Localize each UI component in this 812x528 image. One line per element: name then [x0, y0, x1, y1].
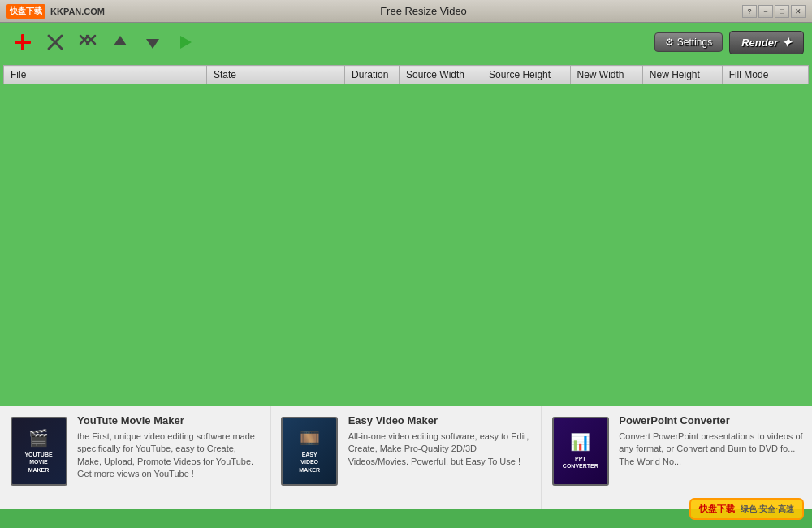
- file-list-table: File State Duration Source Width Source …: [3, 65, 809, 84]
- product-card-youtube-movie-maker[interactable]: 🎬 YOUTUBEMOVIEMAKER YouTute Movie Maker …: [0, 406, 271, 509]
- svg-marker-8: [114, 36, 127, 45]
- render-label: Render: [741, 37, 778, 49]
- move-up-button[interactable]: [106, 28, 135, 57]
- maximize-button[interactable]: □: [775, 5, 789, 18]
- brand-logo: 快盘下载: [6, 4, 45, 19]
- svg-marker-10: [180, 36, 192, 49]
- window-controls[interactable]: ? − □ ✕: [742, 5, 806, 18]
- col-new-height: New Height: [642, 66, 722, 84]
- file-list-container: File State Duration Source Width Source …: [0, 62, 812, 88]
- product-desc-ppc: Convert PowerPoint presentations to vide…: [619, 431, 804, 468]
- settings-label: Settings: [677, 37, 712, 48]
- product-card-powerpoint-converter[interactable]: 📊 PPTCONVERTER PowerPoint Converter Conv…: [542, 406, 812, 509]
- minimize-button[interactable]: −: [758, 5, 773, 18]
- evm-icon: 🎞️: [300, 428, 320, 448]
- file-list-body[interactable]: [0, 88, 812, 405]
- render-icon: ✦: [781, 35, 792, 50]
- product-info-evm: Easy Video Maker All-in-one video editin…: [348, 414, 533, 468]
- evm-thumb-label: EASYVIDEOMAKER: [299, 451, 320, 473]
- ytmm-icon: 🎬: [28, 428, 49, 448]
- remove-button[interactable]: [41, 28, 70, 57]
- bottom-panel: 🎬 YOUTUBEMOVIEMAKER YouTute Movie Maker …: [0, 405, 812, 509]
- col-state: State: [206, 66, 344, 84]
- product-card-easy-video-maker[interactable]: 🎞️ EASYVIDEOMAKER Easy Video Maker All-i…: [271, 406, 542, 509]
- product-thumbnail-ppc: 📊 PPTCONVERTER: [550, 414, 611, 487]
- col-source-width: Source Width: [399, 66, 482, 84]
- product-title-evm: Easy Video Maker: [348, 414, 533, 426]
- svg-marker-9: [146, 39, 159, 49]
- watermark: 快盘下载 绿色·安全·高速: [689, 498, 804, 520]
- watermark-logo: 快盘下载: [699, 504, 735, 513]
- remove-all-button[interactable]: [73, 28, 102, 57]
- title-bar-left: 快盘下载 KKPAN.COM: [6, 4, 105, 19]
- product-title-ppc: PowerPoint Converter: [619, 414, 804, 426]
- col-fill-mode: Fill Mode: [722, 66, 808, 84]
- table-header-row: File State Duration Source Width Source …: [4, 66, 809, 84]
- toolbar: ⚙ Settings Render ✦: [0, 23, 812, 62]
- product-thumbnail-evm: 🎞️ EASYVIDEOMAKER: [279, 414, 340, 487]
- col-new-width: New Width: [570, 66, 642, 84]
- product-title-ytmm: YouTute Movie Maker: [77, 414, 262, 426]
- product-desc-ytmm: the First, unique video editing software…: [77, 431, 262, 481]
- ppc-thumb-label: PPTCONVERTER: [563, 455, 598, 470]
- svg-rect-1: [21, 34, 24, 50]
- help-button[interactable]: ?: [742, 5, 757, 18]
- watermark-tagline: 绿色·安全·高速: [741, 504, 794, 513]
- move-down-button[interactable]: [138, 28, 167, 57]
- toolbar-buttons: [8, 28, 200, 57]
- ppc-icon: 📊: [570, 432, 590, 452]
- gear-icon: ⚙: [665, 37, 674, 48]
- product-desc-evm: All-in-one video editing software, easy …: [348, 431, 533, 468]
- ytmm-thumb-label: YOUTUBEMOVIEMAKER: [24, 451, 52, 473]
- col-source-height: Source Height: [482, 66, 570, 84]
- add-button[interactable]: [8, 28, 37, 57]
- window-title: Free Resize Video: [380, 5, 467, 17]
- col-file: File: [4, 66, 207, 84]
- brand-text: KKPAN.COM: [50, 6, 105, 16]
- col-duration: Duration: [345, 66, 400, 84]
- play-button[interactable]: [171, 28, 200, 57]
- product-info-ppc: PowerPoint Converter Convert PowerPoint …: [619, 414, 804, 468]
- close-button[interactable]: ✕: [791, 5, 806, 18]
- settings-button[interactable]: ⚙ Settings: [654, 32, 723, 52]
- product-thumbnail-ytmm: 🎬 YOUTUBEMOVIEMAKER: [8, 414, 69, 487]
- render-button[interactable]: Render ✦: [729, 31, 804, 54]
- toolbar-right: ⚙ Settings Render ✦: [654, 31, 804, 54]
- title-bar: 快盘下载 KKPAN.COM Free Resize Video ? − □ ✕: [0, 0, 812, 23]
- product-info-ytmm: YouTute Movie Maker the First, unique vi…: [77, 414, 262, 481]
